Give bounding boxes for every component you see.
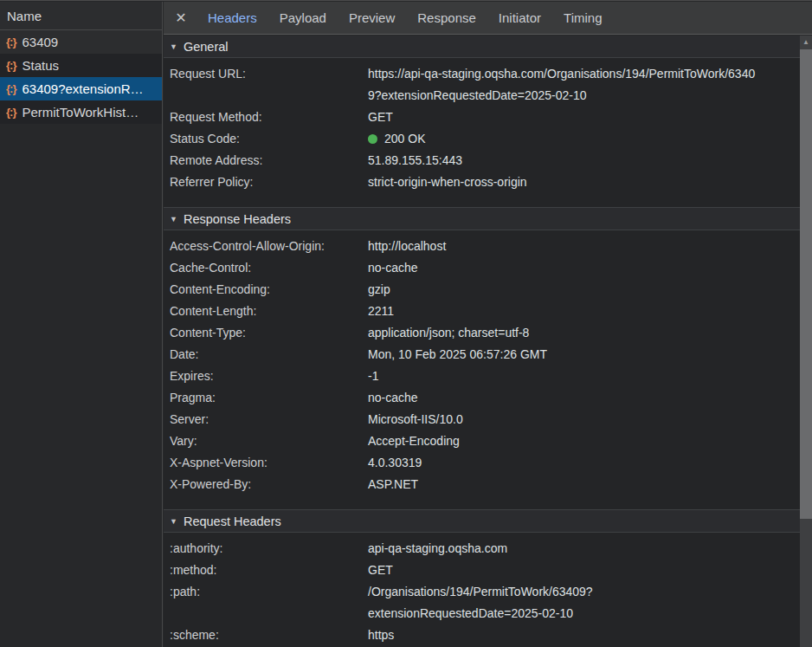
header-value: gzip (368, 279, 390, 301)
header-row: Vary:Accept-Encoding (164, 430, 800, 452)
header-value: http://localhost (368, 236, 446, 257)
close-icon[interactable]: ✕ (171, 2, 191, 34)
json-braces-icon: {:} (6, 82, 16, 95)
header-row: Referrer Policy:strict-origin-when-cross… (164, 171, 800, 193)
header-value-text: 51.89.155.15:443 (368, 153, 462, 167)
section-header-response-headers[interactable]: ▼Response Headers (164, 207, 800, 230)
json-braces-icon: {:} (6, 36, 16, 49)
header-value: no-cache (368, 387, 418, 409)
header-row: Content-Encoding:gzip (164, 279, 800, 301)
header-value-text: Mon, 10 Feb 2025 06:57:26 GMT (368, 347, 547, 361)
header-name: :path: (170, 581, 368, 624)
request-name-label: Status (22, 58, 59, 73)
header-value-text: gzip (368, 282, 390, 296)
header-value: Mon, 10 Feb 2025 06:57:26 GMT (368, 344, 547, 366)
tab-timing[interactable]: Timing (552, 2, 613, 34)
header-value: /Organisations/194/PermitToWork/63409? e… (368, 581, 593, 624)
header-name: Date: (170, 344, 368, 366)
request-name-label: PermitToWorkHist… (22, 105, 139, 120)
header-value-text: api-qa-staging.oqsha.com (368, 541, 507, 555)
header-value: ASP.NET (368, 474, 418, 495)
header-name: :authority: (170, 538, 368, 560)
details-tab-bar: ✕ HeadersPayloadPreviewResponseInitiator… (164, 2, 812, 35)
header-row: Access-Control-Allow-Origin:http://local… (164, 236, 800, 257)
header-value: 4.0.30319 (368, 452, 422, 474)
header-value-text: strict-origin-when-cross-origin (368, 175, 527, 189)
section-body: :authority:api-qa-staging.oqsha.com:meth… (164, 533, 800, 647)
section-title: Request Headers (184, 514, 281, 528)
json-braces-icon: {:} (6, 106, 16, 119)
request-list-item[interactable]: {:}PermitToWorkHist… (0, 100, 162, 124)
header-value-text: Microsoft-IIS/10.0 (368, 412, 463, 426)
header-row: Content-Length:2211 (164, 301, 800, 322)
tab-items: HeadersPayloadPreviewResponseInitiatorTi… (197, 2, 613, 34)
request-rows: {:}63409{:}Status{:}63409?extensionR…{:}… (0, 30, 162, 124)
header-row: Pragma:no-cache (164, 387, 800, 409)
header-row: X-Aspnet-Version:4.0.30319 (164, 452, 800, 474)
header-value-text: Accept-Encoding (368, 434, 460, 448)
header-value: https://api-qa-staging.oqsha.com/Organis… (368, 63, 755, 107)
scrollbar-thumb[interactable] (800, 49, 812, 519)
header-name: Content-Length: (170, 301, 368, 322)
header-name: Request URL: (170, 63, 368, 107)
disclosure-triangle-icon: ▼ (170, 517, 177, 526)
headers-content: ▼GeneralRequest URL:https://api-qa-stagi… (164, 36, 800, 647)
section-header-general[interactable]: ▼General (164, 36, 800, 58)
name-column-header[interactable]: Name (0, 2, 162, 30)
header-value-text: https://api-qa-staging.oqsha.com/Organis… (368, 67, 755, 102)
header-value: api-qa-staging.oqsha.com (368, 538, 507, 560)
tab-headers[interactable]: Headers (197, 2, 268, 34)
header-row: :authority:api-qa-staging.oqsha.com (164, 538, 800, 560)
request-list-item[interactable]: {:}63409 (0, 30, 162, 54)
header-value-text: http://localhost (368, 239, 446, 253)
vertical-scrollbar[interactable]: ▲ (800, 36, 812, 647)
header-row: Cache-Control:no-cache (164, 257, 800, 279)
header-row: X-Powered-By:ASP.NET (164, 474, 800, 495)
status-ok-dot-icon (368, 134, 377, 144)
header-value-text: GET (368, 563, 393, 577)
request-list-item[interactable]: {:}63409?extensionR… (0, 77, 162, 100)
header-name: X-Aspnet-Version: (170, 452, 368, 474)
scroll-up-arrow-icon[interactable]: ▲ (800, 36, 812, 49)
header-row: Expires:-1 (164, 366, 800, 387)
header-value: GET (368, 107, 393, 128)
header-value-text: 4.0.30319 (368, 456, 422, 469)
section-body: Request URL:https://api-qa-staging.oqsha… (164, 58, 800, 207)
header-row: :path:/Organisations/194/PermitToWork/63… (164, 581, 800, 624)
header-row: :method:GET (164, 560, 800, 581)
header-name: Remote Address: (170, 150, 368, 171)
header-name: Access-Control-Allow-Origin: (170, 236, 368, 257)
header-value: -1 (368, 366, 378, 387)
request-list-item[interactable]: {:}Status (0, 54, 162, 77)
header-value-text: -1 (368, 369, 378, 383)
section-header-request-headers[interactable]: ▼Request Headers (164, 509, 800, 533)
tab-payload[interactable]: Payload (268, 2, 338, 34)
header-name: :method: (170, 560, 368, 581)
header-name: Cache-Control: (170, 257, 368, 279)
header-value-text: application/json; charset=utf-8 (368, 326, 529, 340)
header-row: Request Method:GET (164, 107, 800, 128)
tab-initiator[interactable]: Initiator (487, 2, 552, 34)
tab-preview[interactable]: Preview (338, 2, 406, 34)
header-value-text: 200 OK (384, 132, 425, 146)
header-name: X-Powered-By: (170, 474, 368, 495)
header-value: no-cache (368, 257, 418, 279)
header-name: Status Code: (170, 128, 368, 150)
header-name: Expires: (170, 366, 368, 387)
header-value: 2211 (368, 301, 394, 322)
header-value-text: no-cache (368, 391, 418, 404)
header-name: Referrer Policy: (170, 171, 368, 193)
header-row: Status Code:200 OK (164, 128, 800, 150)
header-value-text: /Organisations/194/PermitToWork/63409? e… (368, 585, 593, 620)
header-row: Date:Mon, 10 Feb 2025 06:57:26 GMT (164, 344, 800, 366)
header-name: :scheme: (170, 624, 368, 646)
request-name-label: 63409?extensionR… (22, 81, 143, 96)
header-value: Microsoft-IIS/10.0 (368, 409, 463, 430)
tab-response[interactable]: Response (406, 2, 487, 34)
header-value: application/json; charset=utf-8 (368, 322, 529, 344)
header-value: Accept-Encoding (368, 430, 460, 452)
network-request-list: Name {:}63409{:}Status{:}63409?extension… (0, 2, 163, 647)
header-name: Server: (170, 409, 368, 430)
header-name: Content-Encoding: (170, 279, 368, 301)
header-value: strict-origin-when-cross-origin (368, 171, 527, 193)
